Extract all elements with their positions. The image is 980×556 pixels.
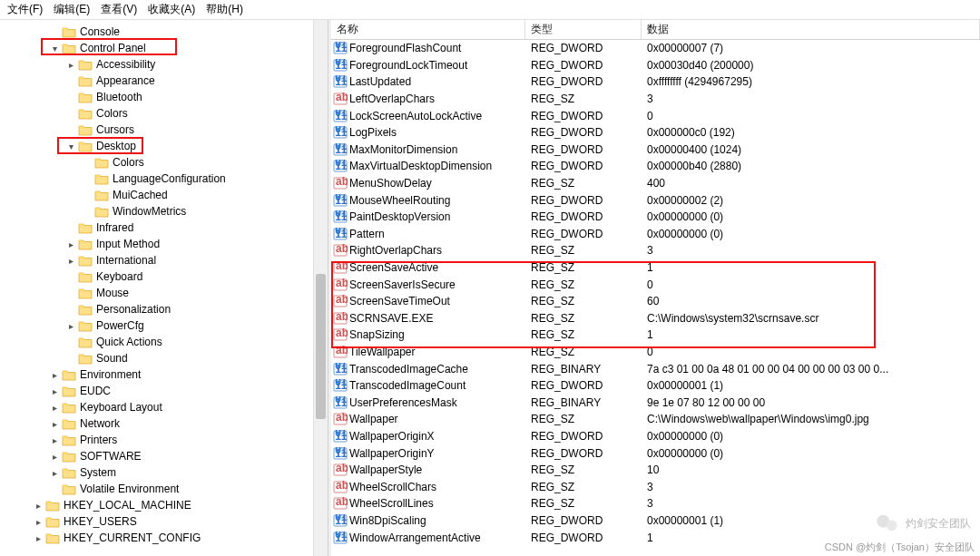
menu-help[interactable]: 帮助(H)	[202, 0, 247, 19]
chevron-right-icon[interactable]: ▸	[49, 403, 60, 413]
chevron-right-icon[interactable]: ▸	[49, 468, 60, 478]
tree-item[interactable]: Colors	[0, 154, 328, 171]
tree-item[interactable]: Personalization	[0, 301, 328, 317]
tree-item[interactable]: ▸Input Method	[0, 236, 328, 252]
tree-scrollbar[interactable]	[313, 20, 328, 556]
reg-binary-icon	[333, 430, 348, 443]
chevron-right-icon[interactable]: ▸	[65, 321, 76, 331]
list-row[interactable]: LeftOverlapCharsREG_SZ3	[331, 91, 980, 108]
tree-item[interactable]: Quick Actions	[0, 334, 328, 350]
tree-item[interactable]: Console	[0, 24, 328, 40]
chevron-right-icon[interactable]: ▸	[49, 419, 60, 429]
tree-item[interactable]: Bluetooth	[0, 89, 328, 105]
list-row[interactable]: TranscodedImageCacheREG_BINARY7a c3 01 0…	[331, 360, 980, 377]
tree-item[interactable]: ▸HKEY_USERS	[0, 513, 328, 530]
tree-item[interactable]: Appearance	[0, 73, 328, 89]
list-row[interactable]: PatternREG_DWORD0x00000000 (0)	[331, 226, 980, 243]
list-row[interactable]: LastUpdatedREG_DWORD0xffffffff (42949672…	[331, 73, 980, 91]
tree-item[interactable]: ▸Printers	[0, 432, 328, 448]
folder-icon	[78, 238, 93, 250]
tree-item[interactable]: Mouse	[0, 285, 328, 301]
tree-item[interactable]: ▸SOFTWARE	[0, 448, 328, 464]
tree-item[interactable]: ▸Network	[0, 415, 328, 432]
registry-tree[interactable]: Console▾Control Panel▸AccessibilityAppea…	[0, 20, 328, 556]
tree-item[interactable]: ▸Keyboard Layout	[0, 399, 328, 415]
column-header-data[interactable]: 数据	[642, 20, 980, 39]
tree-item[interactable]: ▸EUDC	[0, 383, 328, 399]
tree-item[interactable]: ▸HKEY_LOCAL_MACHINE	[0, 497, 328, 513]
chevron-right-icon[interactable]: ▸	[65, 239, 76, 249]
tree-item-label: Cursors	[96, 123, 134, 136]
menu-file[interactable]: 文件(F)	[4, 0, 46, 19]
chevron-right-icon[interactable]: ▸	[49, 452, 60, 462]
registry-value-list[interactable]: 名称 类型 数据 ForegroundFlashCountREG_DWORD0x…	[331, 20, 980, 556]
tree-item[interactable]: ▸Accessibility	[0, 56, 328, 73]
tree-item[interactable]: Cursors	[0, 122, 328, 138]
reg-string-icon	[333, 93, 348, 105]
tree-item[interactable]: ▸System	[0, 464, 328, 481]
tree-item[interactable]: Sound	[0, 350, 328, 366]
chevron-right-icon[interactable]: ▸	[65, 60, 76, 70]
list-row[interactable]: WallpaperREG_SZC:\Windows\web\wallpaper\…	[331, 411, 980, 428]
tree-item[interactable]: MuiCached	[0, 187, 328, 203]
chevron-right-icon[interactable]: ▸	[65, 256, 76, 266]
list-row[interactable]: TileWallpaperREG_SZ0	[331, 344, 980, 361]
column-header-name[interactable]: 名称	[331, 20, 525, 39]
chevron-right-icon[interactable]: ▸	[33, 533, 44, 543]
menu-edit[interactable]: 编辑(E)	[50, 0, 93, 19]
list-row[interactable]: LogPixelsREG_DWORD0x000000c0 (192)	[331, 124, 980, 141]
chevron-down-icon[interactable]: ▾	[49, 44, 60, 54]
list-row[interactable]: UserPreferencesMaskREG_BINARY9e 1e 07 80…	[331, 394, 980, 411]
list-row[interactable]: Win8DpiScalingREG_DWORD0x00000001 (1)	[331, 512, 980, 530]
value-type: REG_DWORD	[531, 210, 603, 223]
list-row[interactable]: WallpaperOriginYREG_DWORD0x00000000 (0)	[331, 444, 980, 462]
list-row[interactable]: WallpaperStyleREG_SZ10	[331, 462, 980, 479]
chevron-right-icon[interactable]: ▸	[49, 435, 60, 445]
list-row[interactable]: WindowArrangementActiveREG_DWORD1	[331, 529, 980, 546]
tree-item-label: Quick Actions	[96, 336, 162, 348]
value-data: 1	[647, 532, 653, 544]
scrollbar-thumb[interactable]	[316, 274, 326, 419]
list-row[interactable]: WheelScrollLinesREG_SZ3	[331, 495, 980, 512]
tree-item[interactable]: ▸International	[0, 252, 328, 268]
list-row[interactable]: MaxVirtualDesktopDimensionREG_DWORD0x000…	[331, 158, 980, 175]
column-header-type[interactable]: 类型	[525, 20, 642, 39]
list-row[interactable]: WheelScrollCharsREG_SZ3	[331, 478, 980, 495]
list-row[interactable]: ForegroundLockTimeoutREG_DWORD0x00030d40…	[331, 57, 980, 74]
tree-item[interactable]: ▸PowerCfg	[0, 317, 328, 334]
list-row[interactable]: ScreenSaveTimeOutREG_SZ60	[331, 293, 980, 310]
tree-item[interactable]: Volatile Environment	[0, 481, 328, 497]
list-row[interactable]: ForegroundFlashCountREG_DWORD0x00000007 …	[331, 40, 980, 57]
menu-favorites[interactable]: 收藏夹(A)	[144, 0, 199, 19]
value-data: 0x00000000 (0)	[647, 430, 723, 443]
list-row[interactable]: LockScreenAutoLockActiveREG_DWORD0	[331, 107, 980, 124]
tree-item[interactable]: LanguageConfiguration	[0, 171, 328, 187]
chevron-right-icon[interactable]: ▸	[33, 501, 44, 511]
chevron-right-icon[interactable]: ▸	[49, 370, 60, 380]
reg-binary-icon	[333, 59, 348, 72]
tree-item[interactable]: ▾Desktop	[0, 138, 328, 154]
list-row[interactable]: MenuShowDelayREG_SZ400	[331, 175, 980, 192]
tree-item[interactable]: Colors	[0, 105, 328, 122]
list-row[interactable]: SnapSizingREG_SZ1	[331, 327, 980, 344]
list-row[interactable]: ScreenSaveActiveREG_SZ1	[331, 259, 980, 277]
tree-item[interactable]: WindowMetrics	[0, 203, 328, 219]
list-row[interactable]: WallpaperOriginXREG_DWORD0x00000000 (0)	[331, 428, 980, 445]
list-row[interactable]: RightOverlapCharsREG_SZ3	[331, 242, 980, 259]
list-row[interactable]: TranscodedImageCountREG_DWORD0x00000001 …	[331, 377, 980, 395]
tree-item[interactable]: Infrared	[0, 219, 328, 236]
chevron-down-icon[interactable]: ▾	[65, 141, 76, 151]
tree-item[interactable]: ▾Control Panel	[0, 40, 328, 56]
tree-item[interactable]: ▸Environment	[0, 366, 328, 383]
tree-item[interactable]: ▸HKEY_CURRENT_CONFIG	[0, 530, 328, 546]
chevron-right-icon[interactable]: ▸	[33, 517, 44, 527]
chevron-right-icon[interactable]: ▸	[49, 386, 60, 396]
list-row[interactable]: SCRNSAVE.EXEREG_SZC:\Windows\system32\sc…	[331, 310, 980, 327]
list-row[interactable]: MouseWheelRoutingREG_DWORD0x00000002 (2)	[331, 191, 980, 209]
menu-view[interactable]: 查看(V)	[97, 0, 141, 19]
list-row[interactable]: PaintDesktopVersionREG_DWORD0x00000000 (…	[331, 209, 980, 226]
tree-item[interactable]: Keyboard	[0, 268, 328, 285]
value-type: REG_DWORD	[531, 160, 603, 172]
list-row[interactable]: ScreenSaverIsSecureREG_SZ0	[331, 276, 980, 293]
list-row[interactable]: MaxMonitorDimensionREG_DWORD0x00000400 (…	[331, 141, 980, 159]
